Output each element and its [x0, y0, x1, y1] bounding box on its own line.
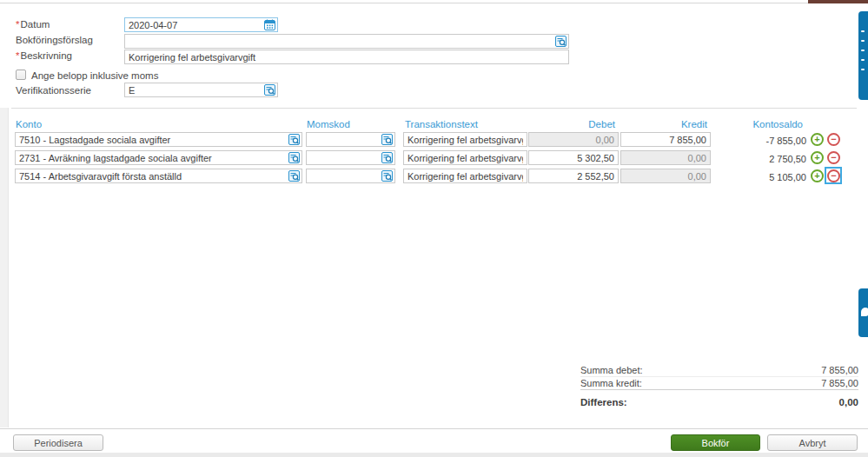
- konto-input[interactable]: [16, 152, 288, 163]
- remove-row-button[interactable]: −: [827, 169, 840, 182]
- kredit-input: [621, 152, 710, 163]
- konto-field[interactable]: [15, 150, 302, 165]
- remove-row-button[interactable]: −: [827, 151, 840, 164]
- column-header-kontosaldo: Kontosaldo: [728, 119, 803, 129]
- differens-row: Differens: 0,00: [580, 396, 858, 408]
- beskrivning-input[interactable]: [125, 51, 568, 63]
- transaktionstext-field[interactable]: [403, 132, 527, 147]
- add-row-button[interactable]: +: [811, 151, 824, 164]
- moms-checkbox-label: Ange belopp inklusive moms: [31, 70, 158, 81]
- summa-kredit-row: Summa kredit: 7 855,00: [580, 377, 858, 390]
- momskod-field[interactable]: [306, 132, 395, 147]
- column-header-debet: Debet: [528, 119, 615, 129]
- momskod-field[interactable]: [306, 150, 395, 165]
- plus-icon: +: [814, 171, 819, 181]
- transaktionstext-input[interactable]: [404, 152, 527, 163]
- lookup-icon[interactable]: [288, 170, 300, 182]
- differens-label: Differens:: [580, 397, 627, 407]
- moms-checkbox[interactable]: [16, 70, 26, 80]
- kontosaldo-value: 2 750,50: [728, 154, 806, 164]
- verifikationsserie-input[interactable]: [125, 84, 264, 96]
- debet-input[interactable]: [529, 152, 618, 163]
- top-divider: [0, 3, 857, 3]
- debet-input: [529, 134, 618, 145]
- transaktionstext-input[interactable]: [404, 170, 527, 182]
- bokforingsforslag-input[interactable]: [125, 36, 555, 47]
- left-gutter: [0, 108, 9, 427]
- totals-summary: Summa debet: 7 855,00 Summa kredit: 7 85…: [580, 364, 858, 408]
- top-right-strip: [808, 0, 868, 3]
- lookup-icon[interactable]: [288, 152, 300, 163]
- debet-field: [528, 132, 619, 147]
- kredit-field[interactable]: [620, 132, 711, 147]
- add-row-button[interactable]: +: [811, 133, 824, 146]
- differens-value: 0,00: [839, 397, 858, 407]
- lookup-icon[interactable]: [381, 134, 393, 145]
- transaktionstext-input[interactable]: [404, 134, 527, 145]
- debet-field[interactable]: [528, 169, 619, 183]
- plus-icon: +: [814, 153, 819, 162]
- chat-bubble-icon: [861, 308, 868, 316]
- minus-icon: −: [831, 135, 836, 144]
- form-table-divider: [11, 108, 857, 109]
- summa-debet-label: Summa debet:: [580, 365, 643, 375]
- kredit-field: [620, 169, 711, 183]
- summa-debet-value: 7 855,00: [821, 365, 858, 375]
- momskod-input[interactable]: [307, 152, 381, 163]
- column-header-transaktionstext: Transaktionstext: [405, 119, 478, 129]
- lookup-icon[interactable]: [288, 134, 300, 145]
- datum-field[interactable]: [124, 17, 278, 32]
- side-panel-tab-help[interactable]: [858, 288, 868, 337]
- transaktionstext-field[interactable]: [403, 150, 527, 165]
- beskrivning-label: Beskrivning: [16, 50, 72, 61]
- bottom-strip: [0, 453, 868, 457]
- konto-field[interactable]: [15, 132, 302, 147]
- lookup-icon[interactable]: [381, 152, 393, 163]
- momskod-input[interactable]: [307, 134, 381, 145]
- konto-input[interactable]: [16, 134, 288, 145]
- bokfor-button[interactable]: Bokför: [671, 434, 760, 451]
- konto-field[interactable]: [15, 169, 302, 183]
- vertical-text-icon: [861, 30, 865, 70]
- summa-kredit-label: Summa kredit:: [580, 378, 642, 388]
- bokforingsforslag-label: Bokföringsförslag: [16, 35, 93, 45]
- debet-field[interactable]: [528, 150, 619, 165]
- datum-label: Datum: [16, 19, 50, 30]
- verifikationsserie-label: Verifikationsserie: [16, 85, 91, 96]
- periodisera-button[interactable]: Periodisera: [13, 434, 103, 451]
- column-header-momskod: Momskod: [307, 119, 350, 129]
- remove-row-button[interactable]: −: [827, 133, 840, 146]
- konto-input[interactable]: [16, 170, 288, 182]
- lookup-icon[interactable]: [555, 36, 567, 47]
- minus-icon: −: [831, 153, 836, 162]
- bokforingsforslag-field[interactable]: [124, 34, 569, 49]
- transaktionstext-field[interactable]: [403, 169, 527, 183]
- lookup-icon[interactable]: [264, 84, 275, 96]
- column-header-kredit: Kredit: [620, 119, 707, 129]
- datum-input[interactable]: [125, 19, 264, 30]
- debet-input[interactable]: [529, 170, 618, 182]
- summa-kredit-value: 7 855,00: [821, 378, 858, 388]
- minus-icon: −: [831, 171, 836, 181]
- plus-icon: +: [814, 135, 819, 144]
- kontosaldo-value: -7 855,00: [728, 136, 806, 146]
- lookup-icon[interactable]: [381, 170, 393, 182]
- kredit-input: [621, 170, 710, 182]
- side-panel-tab-notes[interactable]: [858, 11, 868, 100]
- momskod-input[interactable]: [307, 170, 381, 182]
- kredit-field: [620, 150, 711, 165]
- verifikationsserie-field[interactable]: [124, 83, 278, 97]
- avbryt-button[interactable]: Avbryt: [767, 434, 858, 451]
- kredit-input[interactable]: [621, 134, 710, 145]
- add-row-button[interactable]: +: [811, 169, 824, 182]
- column-header-konto: Konto: [16, 119, 42, 129]
- beskrivning-field[interactable]: [124, 50, 569, 64]
- momskod-field[interactable]: [306, 169, 395, 183]
- summa-debet-row: Summa debet: 7 855,00: [580, 364, 858, 377]
- calendar-icon[interactable]: [264, 19, 275, 30]
- kontosaldo-value: 5 105,00: [728, 172, 806, 182]
- journal-entry-page: Datum Bokföringsförslag Beskrivning: [0, 0, 868, 457]
- footer-divider: [0, 428, 868, 429]
